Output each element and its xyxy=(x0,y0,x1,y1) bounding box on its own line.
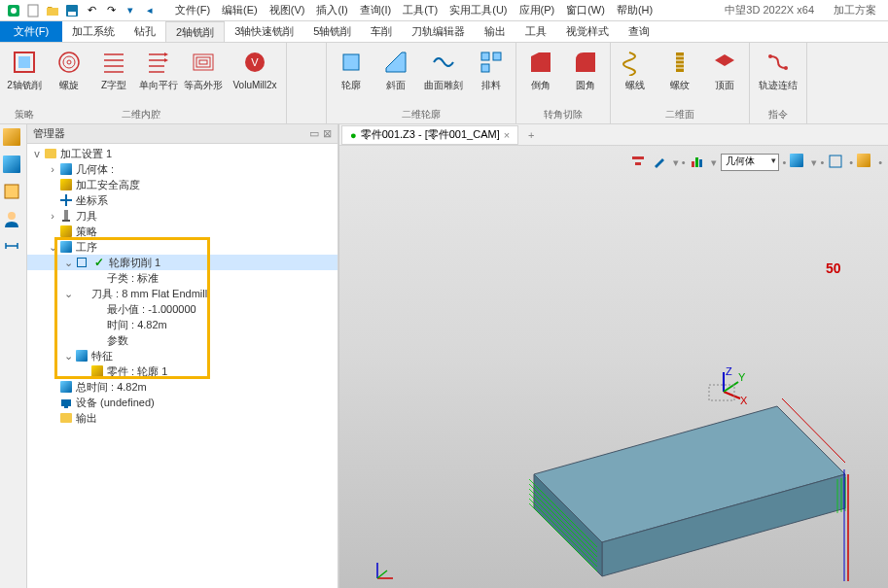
dimension-label: 50 xyxy=(826,260,841,276)
tree-root[interactable]: v加工设置 1 xyxy=(27,146,337,161)
save-icon[interactable] xyxy=(63,2,81,19)
close-tab-icon[interactable]: × xyxy=(504,129,510,141)
tree-row[interactable]: ⌄工序 xyxy=(27,239,337,255)
solid-cube-icon[interactable] xyxy=(790,154,807,171)
pencil-icon[interactable] xyxy=(652,154,669,171)
tree-row[interactable]: 设备 (undefined) xyxy=(27,395,337,410)
btn-profile[interactable]: 轮廓 xyxy=(329,45,373,93)
viewport-3d[interactable]: ● 零件001.Z3 - [零件001_CAM] × + ▾ • ▾ 几何体 •… xyxy=(338,124,888,588)
ribbon-tab-drill[interactable]: 钻孔 xyxy=(124,21,165,42)
manager-panel: 管理器 ▭ ⊠ v加工设置 1›几何体 :加工安全高度坐标系›刀具策略⌄工序⌄✓… xyxy=(27,124,338,588)
tree-row[interactable]: ›刀具 xyxy=(27,208,337,224)
btn-pathlink[interactable]: 轨迹连结 xyxy=(752,45,804,93)
tool-assembly-icon[interactable] xyxy=(3,156,24,177)
btn-helix[interactable]: 螺线 xyxy=(613,45,657,93)
undo-icon[interactable]: ↶ xyxy=(83,2,100,19)
redo-icon[interactable]: ↷ xyxy=(102,2,120,19)
tree-row[interactable]: 零件 : 轮廓 1 xyxy=(27,363,337,379)
tree-row[interactable]: ⌄刀具 : 8 mm Flat Endmill xyxy=(27,286,337,301)
btn-volumill[interactable]: VVoluMill2x xyxy=(226,45,284,93)
doc-mode: 加工方案 xyxy=(834,3,876,17)
gold-cube-icon[interactable] xyxy=(857,154,874,171)
svg-rect-17 xyxy=(493,52,501,60)
tool-user-icon[interactable] xyxy=(3,210,24,231)
tool-stock-icon[interactable] xyxy=(3,183,24,204)
filter-icon[interactable] xyxy=(630,154,648,171)
chart-icon[interactable] xyxy=(690,154,707,171)
ribbon-tab-visual[interactable]: 视觉样式 xyxy=(556,21,619,42)
ribbon-tab-inquire[interactable]: 查询 xyxy=(619,21,659,42)
ribbon-tab-5axis[interactable]: 5轴铣削 xyxy=(303,21,361,42)
btn-spiral[interactable]: 螺旋 xyxy=(47,45,91,93)
panel-close-icon[interactable]: ⊠ xyxy=(323,127,332,140)
svg-rect-19 xyxy=(676,52,684,72)
menu-utilities[interactable]: 实用工具(U) xyxy=(444,3,513,17)
group-label-command: 指令 xyxy=(750,108,806,123)
btn-contour-equal[interactable]: 等高外形 xyxy=(181,45,226,93)
menu-window[interactable]: 窗口(W) xyxy=(560,3,611,17)
ribbon-tab-2axis[interactable]: 2轴铣削 xyxy=(165,21,225,42)
tree-row[interactable]: 坐标系 xyxy=(27,192,337,208)
panel-menu-icon[interactable]: ▭ xyxy=(309,127,319,140)
ribbon-group-face: 螺线 螺纹 顶面 二维面 xyxy=(611,43,750,123)
btn-fillet[interactable]: 圆角 xyxy=(563,45,608,93)
ribbon-tab-toolpath-editor[interactable]: 刀轨编辑器 xyxy=(402,21,475,42)
document-tab[interactable]: ● 零件001.Z3 - [零件001_CAM] × xyxy=(341,125,518,145)
app-title: 中望3D 2022X x64 xyxy=(725,3,814,17)
geometry-dropdown[interactable]: 几何体 xyxy=(721,154,779,171)
btn-nesting[interactable]: 排料 xyxy=(469,45,514,93)
menu-help[interactable]: 帮助(H) xyxy=(611,3,658,17)
svg-rect-33 xyxy=(830,156,841,167)
tree-row[interactable]: 输出 xyxy=(27,410,337,426)
menu-file[interactable]: 文件(F) xyxy=(169,3,216,17)
menu-view[interactable]: 视图(V) xyxy=(264,3,311,17)
tree-row[interactable]: ›几何体 : xyxy=(27,161,337,177)
svg-rect-29 xyxy=(635,162,641,165)
svg-rect-30 xyxy=(692,161,694,167)
ribbon-tab-output[interactable]: 输出 xyxy=(475,21,515,42)
ribbon-tab-tools[interactable]: 工具 xyxy=(515,21,556,42)
quick-access-toolbar: ↶ ↷ ▾ ◂ 文件(F) 编辑(E) 视图(V) 插入(I) 查询(I) 工具… xyxy=(0,0,888,21)
ribbon-tab-lathe[interactable]: 车削 xyxy=(361,21,402,42)
menu-edit[interactable]: 编辑(E) xyxy=(216,3,264,17)
tool-dim-icon[interactable] xyxy=(3,237,24,259)
tree-row[interactable]: 参数 xyxy=(27,332,337,348)
dropdown-icon[interactable]: ▾ xyxy=(122,2,139,19)
title-area: 中望3D 2022X x64 加工方案 xyxy=(725,3,884,17)
manager-tree[interactable]: v加工设置 1›几何体 :加工安全高度坐标系›刀具策略⌄工序⌄✓轮廓切削 1子类… xyxy=(27,144,337,588)
tree-row[interactable]: 子类 : 标准 xyxy=(27,270,337,286)
btn-2axis-mill[interactable]: 2轴铣削 xyxy=(2,45,47,93)
btn-engrave[interactable]: 曲面雕刻 xyxy=(418,45,469,93)
tree-row[interactable]: 策略 xyxy=(27,224,337,239)
new-icon[interactable] xyxy=(24,2,42,19)
tree-row[interactable]: 时间 : 4.82m xyxy=(27,317,337,332)
btn-zigzag[interactable]: Z字型 xyxy=(91,45,136,93)
axis-gizmo[interactable]: Z X Y xyxy=(699,367,748,416)
tool-part-icon[interactable] xyxy=(3,128,24,150)
svg-rect-6 xyxy=(18,56,30,68)
menu-tools[interactable]: 工具(T) xyxy=(397,3,444,17)
viewport-toolbar: ▾ • ▾ 几何体 • ▾ • • • xyxy=(630,152,882,173)
btn-oneway[interactable]: 单向平行 xyxy=(136,45,181,93)
open-icon[interactable] xyxy=(44,2,61,19)
ribbon-tab-file[interactable]: 文件(F) xyxy=(0,21,62,42)
menu-app[interactable]: 应用(P) xyxy=(514,3,561,17)
tree-row[interactable]: ⌄特征 xyxy=(27,348,337,363)
add-tab-button[interactable]: + xyxy=(524,129,538,141)
wireframe-cube-icon[interactable] xyxy=(828,154,845,171)
svg-rect-4 xyxy=(68,12,76,16)
ribbon-tab-3axis[interactable]: 3轴快速铣削 xyxy=(225,21,303,42)
prev-icon[interactable]: ◂ xyxy=(141,2,159,19)
btn-topface[interactable]: 顶面 xyxy=(702,45,747,93)
btn-thread[interactable]: 螺纹 xyxy=(657,45,702,93)
tree-row[interactable]: 加工安全高度 xyxy=(27,177,337,192)
tree-row[interactable]: 最小值 : -1.000000 xyxy=(27,301,337,317)
tree-row[interactable]: ⌄✓轮廓切削 1 xyxy=(27,255,337,270)
menu-insert[interactable]: 插入(I) xyxy=(310,3,353,17)
btn-bevel[interactable]: 斜面 xyxy=(373,45,418,93)
axis-indicator-icon xyxy=(373,559,397,582)
ribbon-tab-system[interactable]: 加工系统 xyxy=(62,21,124,42)
tree-row[interactable]: 总时间 : 4.82m xyxy=(27,379,337,395)
menu-query[interactable]: 查询(I) xyxy=(354,3,397,17)
btn-chamfer[interactable]: 倒角 xyxy=(518,45,563,93)
